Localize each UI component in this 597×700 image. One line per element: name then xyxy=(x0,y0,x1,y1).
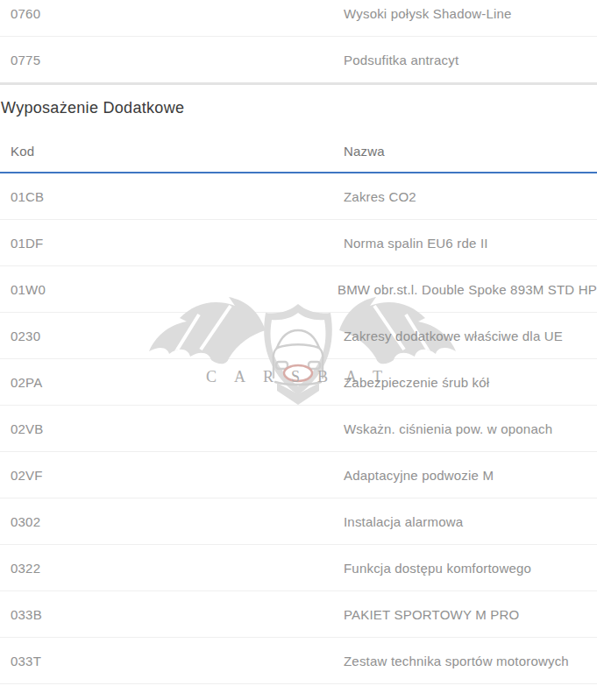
table-row: 02PA Zabezpieczenie śrub kół xyxy=(0,359,597,406)
code-cell: 02VF xyxy=(0,468,333,483)
name-cell: Funkcja dostępu komfortowego xyxy=(333,561,597,576)
column-header-nazwa: Nazwa xyxy=(333,144,597,159)
table-row: 033T Zestaw technika sportów motorowych xyxy=(0,638,597,684)
code-cell: 01W0 xyxy=(0,282,327,297)
code-cell: 02VB xyxy=(0,421,333,436)
equipment-page: 0760 Wysoki połysk Shadow-Line 0775 Pods… xyxy=(0,0,597,700)
name-cell: Wskażn. ciśnienia pow. w oponach xyxy=(333,421,597,436)
code-cell: 0775 xyxy=(0,53,333,67)
name-cell: BMW obr.st.l. Double Spoke 893M STD HP xyxy=(327,282,597,297)
table-row: 02VF Adaptacyjne podwozie M xyxy=(0,452,597,498)
code-cell: 033B xyxy=(0,607,333,622)
table-header-row: Kod Nazwa xyxy=(0,130,597,173)
table-row: 0775 Podsufitka antracyt xyxy=(0,37,597,85)
name-cell: Instalacja alarmowa xyxy=(333,514,597,529)
table-row: 02VB Wskażn. ciśnienia pow. w oponach xyxy=(0,406,597,452)
name-cell: Zakres CO2 xyxy=(333,189,597,204)
code-cell: 01DF xyxy=(0,236,333,251)
name-cell: Wysoki połysk Shadow-Line xyxy=(333,6,597,21)
code-cell: 033T xyxy=(0,654,333,668)
section-heading: Wyposażenie Dodatkowe xyxy=(1,96,597,120)
name-cell: Zestaw technika sportów motorowych xyxy=(333,654,597,668)
table-row: 01DF Norma spalin EU6 rde II xyxy=(0,220,597,266)
table-row: 0322 Funkcja dostępu komfortowego xyxy=(0,545,597,591)
name-cell: Norma spalin EU6 rde II xyxy=(333,236,597,251)
code-cell: 0230 xyxy=(0,329,333,343)
table-row: 0230 Zakresy dodatkowe właściwe dla UE xyxy=(0,313,597,359)
table-row: 01CB Zakres CO2 xyxy=(0,173,597,220)
table-row: 01W0 BMW obr.st.l. Double Spoke 893M STD… xyxy=(0,266,597,313)
name-cell: Zabezpieczenie śrub kół xyxy=(333,375,597,390)
code-cell: 0760 xyxy=(0,6,333,21)
table-row: 033B PAKIET SPORTOWY M PRO xyxy=(0,591,597,638)
additional-equipment-table: Kod Nazwa 01CB Zakres CO2 01DF Norma spa… xyxy=(0,130,597,684)
table-row: 0302 Instalacja alarmowa xyxy=(0,498,597,545)
name-cell: Podsufitka antracyt xyxy=(333,53,597,67)
code-cell: 01CB xyxy=(0,189,333,204)
name-cell: Zakresy dodatkowe właściwe dla UE xyxy=(333,329,597,343)
previous-equipment-table: 0760 Wysoki połysk Shadow-Line 0775 Pods… xyxy=(0,0,597,85)
name-cell: Adaptacyjne podwozie M xyxy=(333,468,597,483)
code-cell: 0322 xyxy=(0,561,333,576)
column-header-kod: Kod xyxy=(0,144,333,159)
name-cell: PAKIET SPORTOWY M PRO xyxy=(333,607,597,622)
table-row: 0760 Wysoki połysk Shadow-Line xyxy=(0,0,597,37)
code-cell: 0302 xyxy=(0,514,333,529)
code-cell: 02PA xyxy=(0,375,333,390)
